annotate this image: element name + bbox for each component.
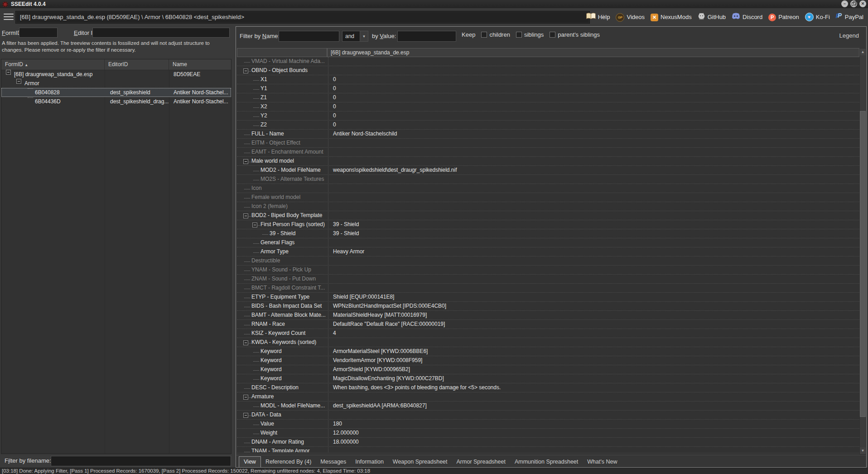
collapse-expander-icon[interactable] [6, 70, 11, 75]
toolbar-link-videos[interactable]: GPVideos [616, 12, 645, 22]
record-row[interactable]: BOD2 - Biped Body Template [237, 211, 859, 220]
record-row[interactable]: Icon 2 (female) [237, 202, 859, 211]
scrollbar-thumb[interactable] [860, 111, 866, 417]
record-row[interactable]: DESC - DescriptionWhen bashing, does <3>… [237, 383, 859, 392]
record-row[interactable]: BAMT - Alternate Block Mate...MaterialSh… [237, 311, 859, 320]
toolbar-link-kofi[interactable]: ♥Ko-Fi [805, 12, 830, 22]
collapse-expander-icon[interactable] [16, 79, 21, 84]
collapse-expander-icon[interactable] [243, 68, 248, 73]
record-row[interactable]: Destructible [237, 256, 859, 266]
record-row[interactable]: General Flags [237, 238, 859, 247]
record-row[interactable]: TNAM - Template Armor [237, 447, 859, 452]
tree-header-editorid[interactable]: EditorID [105, 59, 169, 70]
collapse-expander-icon[interactable] [243, 340, 248, 345]
scroll-down-icon[interactable]: ▼ [860, 447, 866, 454]
record-row[interactable]: KeywordMagicDisallowEnchanting [KYWD:000… [237, 374, 859, 383]
record-row[interactable]: Z10 [237, 93, 859, 102]
filter-operator-dropdown[interactable]: and ▾ [342, 31, 368, 42]
filename-filter-label: Filter by filename: [5, 457, 51, 464]
toolbar-link-help[interactable]: Help [586, 13, 610, 21]
record-row[interactable]: X10 [237, 75, 859, 84]
record-row[interactable]: KeywordArmorShield [KYWD:000965B2] [237, 365, 859, 374]
record-row[interactable]: EAMT - Enchantment Amount [237, 148, 859, 157]
minimize-button[interactable]: – [841, 0, 848, 7]
tab-information[interactable]: Information [351, 457, 388, 467]
record-row[interactable]: Z20 [237, 121, 859, 130]
menu-icon[interactable] [4, 14, 14, 20]
record-row[interactable]: ZNAM - Sound - Put Down [237, 275, 859, 284]
record-row[interactable]: DNAM - Armor Rating18.000000 [237, 438, 859, 447]
restore-button[interactable] [850, 0, 857, 7]
formid-input[interactable] [19, 28, 58, 38]
record-row[interactable]: First Person Flags (sorted)39 - Shield [237, 220, 859, 229]
record-row[interactable]: BMCT - Ragdoll Constraint T... [237, 284, 859, 293]
record-row[interactable]: 39 - Shield39 - Shield [237, 229, 859, 238]
record-row[interactable]: MOD2 - Model FileNameweapons\spikedshiel… [237, 166, 859, 175]
tab-referenced-by-4[interactable]: Referenced By (4) [261, 457, 316, 467]
tab-ammunition-spreadsheet[interactable]: Ammunition Spreadsheet [510, 457, 583, 467]
record-row[interactable]: Female world model [237, 193, 859, 202]
collapse-expander-icon[interactable] [243, 413, 248, 418]
record-row[interactable]: BIDS - Bash Impact Data SetWPNzBlunt2Han… [237, 302, 859, 311]
record-row[interactable]: YNAM - Sound - Pick Up [237, 266, 859, 275]
record-row[interactable]: RNAM - RaceDefaultRace "Default Race" [R… [237, 320, 859, 329]
checkbox-parent-s-siblings[interactable] [550, 32, 555, 38]
record-row[interactable]: KSIZ - Keyword Count4 [237, 329, 859, 338]
tab-messages[interactable]: Messages [316, 457, 351, 467]
toolbar-link-label: NexusMods [661, 14, 692, 20]
collapse-expander-icon[interactable] [243, 395, 248, 400]
toolbar-link-patreon[interactable]: PPatreon [768, 13, 799, 21]
record-row[interactable]: EITM - Object Effect [237, 139, 859, 148]
record-row[interactable]: Value180 [237, 420, 859, 429]
scroll-up-icon[interactable]: ▲ [860, 48, 866, 55]
filename-filter-input[interactable] [51, 456, 231, 466]
record-row[interactable]: DATA - Data [237, 411, 859, 420]
record-row[interactable]: X20 [237, 102, 859, 111]
close-button[interactable]: ✕ [859, 0, 866, 7]
record-row[interactable]: MODL - Model FileName...dest_spikeshield… [237, 401, 859, 411]
tab-what-s-new[interactable]: What's New [583, 457, 622, 467]
record-row[interactable]: KWDA - Keywords (sorted) [237, 338, 859, 347]
record-row[interactable]: Armor TypeHeavy Armor [237, 247, 859, 256]
toolbar-link-discord[interactable]: Discord [732, 13, 762, 21]
record-row[interactable]: ETYP - Equipment TypeShield [EQUP:000141… [237, 293, 859, 302]
legend-button[interactable]: Legend [839, 32, 859, 39]
tab-armor-spreadsheet[interactable]: Armor Spreadsheet [452, 457, 510, 467]
tree-row[interactable]: 6B040828dest_spikeshieldAntiker Nord-Sta… [1, 88, 231, 97]
record-row[interactable]: Weight12.000000 [237, 429, 859, 438]
record-row[interactable]: FULL - NameAntiker Nord-Stachelschild [237, 130, 859, 139]
toolbar-link-nexusmods[interactable]: ✕NexusMods [651, 13, 692, 21]
tree-row[interactable]: [6B] draugrweap_standa_de.esp8D509EAE [1, 70, 231, 79]
record-row[interactable]: Male world model [237, 157, 859, 166]
collapse-expander-icon[interactable] [252, 222, 257, 227]
record-row[interactable]: Y10 [237, 84, 859, 93]
collapse-expander-icon[interactable] [243, 159, 248, 164]
tree-row[interactable]: 6B04436Ddest_spikeshield_drag...Antiker … [1, 97, 231, 106]
record-row[interactable]: Y20 [237, 111, 859, 121]
tree-header-name[interactable]: Name [169, 59, 231, 70]
record-row[interactable]: VMAD - Virtual Machine Ada... [237, 57, 859, 66]
chevron-down-icon[interactable]: ▾ [360, 31, 368, 41]
record-row[interactable]: Armature [237, 392, 859, 401]
tab-weapon-spreadsheet[interactable]: Weapon Spreadsheet [388, 457, 452, 467]
checkbox-siblings[interactable] [516, 32, 522, 38]
filter-name-input[interactable] [279, 31, 339, 42]
record-row[interactable]: KeywordVendorItemArmor [KYWD:0008F959] [237, 356, 859, 365]
record-row[interactable]: Icon [237, 184, 859, 193]
record-header-plugin[interactable]: [6B] draugrweap_standa_de.esp [327, 48, 859, 57]
filter-value-input[interactable] [397, 31, 456, 42]
tree-cell-editorid: dest_spikeshield_drag... [110, 97, 169, 106]
toolbar-link-github[interactable]: GitHub [698, 12, 726, 22]
tree-row[interactable]: Armor [1, 79, 231, 88]
tab-view[interactable]: View [239, 456, 261, 467]
record-row[interactable]: KeywordArmorMaterialSteel [KYWD:0006BBE6… [237, 347, 859, 356]
record-row[interactable]: MO2S - Alternate Textures [237, 175, 859, 184]
tree-header-formid[interactable]: FormID ▲ [1, 59, 105, 70]
toolbar-link-paypal[interactable]: PPPayPal [836, 12, 863, 22]
collapse-expander-icon[interactable] [243, 213, 248, 218]
breadcrumb[interactable]: [6B] draugrweap_standa_de.esp (8D509EAE)… [15, 11, 590, 24]
vertical-scrollbar[interactable]: ▲ ▼ [859, 48, 866, 455]
checkbox-children[interactable] [481, 32, 487, 38]
record-row[interactable]: OBND - Object Bounds [237, 66, 859, 75]
editorid-input[interactable] [92, 28, 230, 38]
